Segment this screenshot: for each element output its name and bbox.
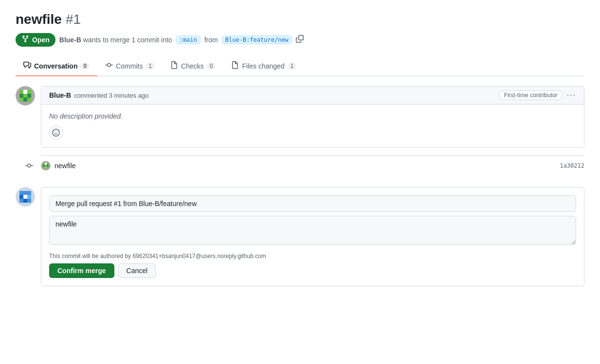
- merge-section: newfile This commit will be authored by …: [16, 187, 584, 286]
- comment-wrapper: Blue-B commented 3 minutes ago First-tim…: [16, 86, 584, 148]
- merge-avatar: [16, 187, 35, 207]
- commit-dot: [25, 162, 33, 170]
- files-changed-icon: [231, 61, 239, 70]
- tab-commits-count: 1: [145, 63, 155, 69]
- comment-header-right: First-time contributor ···: [499, 90, 576, 100]
- open-badge-label: Open: [32, 36, 50, 44]
- merge-author-note: This commit will be authored by 69620341…: [41, 253, 584, 263]
- commenter-avatar: [16, 86, 35, 105]
- pr-title-name: newfile: [16, 12, 62, 27]
- source-branch-pill[interactable]: Blue-B:feature/new: [222, 35, 292, 44]
- svg-rect-15: [45, 165, 47, 167]
- comment-time: commented 3 minutes ago: [74, 92, 148, 99]
- svg-rect-22: [27, 191, 31, 195]
- svg-rect-25: [27, 195, 31, 199]
- target-branch-pill[interactable]: :main: [176, 35, 200, 44]
- merge-form-inner: newfile: [41, 188, 584, 253]
- svg-rect-21: [19, 191, 23, 195]
- tab-checks-label: Checks: [181, 62, 204, 70]
- from-text: from: [204, 36, 218, 44]
- svg-rect-24: [23, 191, 27, 195]
- commit-avatar: [41, 161, 51, 171]
- svg-rect-26: [19, 199, 23, 203]
- svg-rect-28: [27, 199, 31, 203]
- tab-conversation[interactable]: Conversation 0: [16, 56, 97, 76]
- svg-rect-29: [23, 195, 27, 199]
- svg-rect-27: [23, 199, 27, 203]
- open-badge: Open: [16, 33, 55, 47]
- tab-conversation-label: Conversation: [34, 62, 77, 70]
- merge-actions: Confirm merge Cancel: [41, 263, 584, 286]
- svg-rect-17: [43, 167, 45, 169]
- comment-author[interactable]: Blue-B: [49, 91, 71, 99]
- pr-author: Blue-B: [59, 36, 81, 44]
- checks-icon: [170, 61, 178, 70]
- tab-commits-label: Commits: [116, 62, 143, 70]
- merge-form: newfile This commit will be authored by …: [41, 187, 584, 286]
- content-area: Blue-B commented 3 minutes ago First-tim…: [16, 86, 584, 286]
- cancel-button[interactable]: Cancel: [118, 263, 156, 278]
- tab-commits[interactable]: Commits 1: [97, 56, 163, 76]
- git-merge-icon: [21, 35, 29, 45]
- commits-icon: [105, 61, 113, 70]
- svg-rect-12: [43, 163, 45, 165]
- pr-description: Blue-B wants to merge 1 commit into: [59, 36, 172, 44]
- confirm-merge-button[interactable]: Confirm merge: [49, 263, 114, 278]
- tab-checks[interactable]: Checks 0: [163, 56, 223, 76]
- svg-rect-16: [47, 165, 49, 167]
- comment-description: No description provided.: [49, 112, 576, 120]
- merge-title-input[interactable]: [49, 195, 576, 212]
- svg-rect-18: [47, 167, 49, 169]
- first-time-contributor-badge: First-time contributor: [499, 90, 563, 100]
- commit-row: newfile 1a30212: [41, 156, 584, 175]
- svg-rect-14: [43, 165, 45, 167]
- comment-box: Blue-B commented 3 minutes ago First-tim…: [41, 86, 584, 148]
- copy-branch-icon[interactable]: [296, 35, 304, 45]
- more-options-button[interactable]: ···: [567, 91, 576, 100]
- tab-checks-count: 0: [207, 63, 216, 69]
- conversation-icon: [23, 61, 31, 70]
- comment-header: Blue-B commented 3 minutes ago First-tim…: [41, 87, 584, 104]
- tabs-bar: Conversation 0 Commits 1 Checks 0 Files …: [16, 56, 584, 76]
- pr-title-number: #1: [66, 12, 81, 27]
- tab-conversation-count: 0: [80, 63, 90, 69]
- svg-rect-23: [19, 195, 23, 199]
- svg-rect-13: [47, 163, 49, 165]
- tab-files-changed[interactable]: Files changed 1: [223, 56, 304, 76]
- svg-rect-19: [45, 163, 47, 165]
- tab-files-changed-count: 1: [288, 63, 297, 69]
- status-row: Open Blue-B wants to merge 1 commit into…: [16, 33, 584, 47]
- commit-hash: 1a30212: [560, 162, 584, 169]
- comment-header-left: Blue-B commented 3 minutes ago: [49, 91, 148, 99]
- pr-title: newfile #1: [16, 12, 584, 27]
- commit-name[interactable]: newfile: [55, 162, 76, 170]
- comment-body: No description provided.: [41, 104, 584, 147]
- add-reaction-button[interactable]: [49, 126, 63, 139]
- tab-files-changed-label: Files changed: [242, 62, 284, 70]
- svg-rect-10: [16, 86, 35, 105]
- merge-body-input[interactable]: newfile: [49, 216, 576, 245]
